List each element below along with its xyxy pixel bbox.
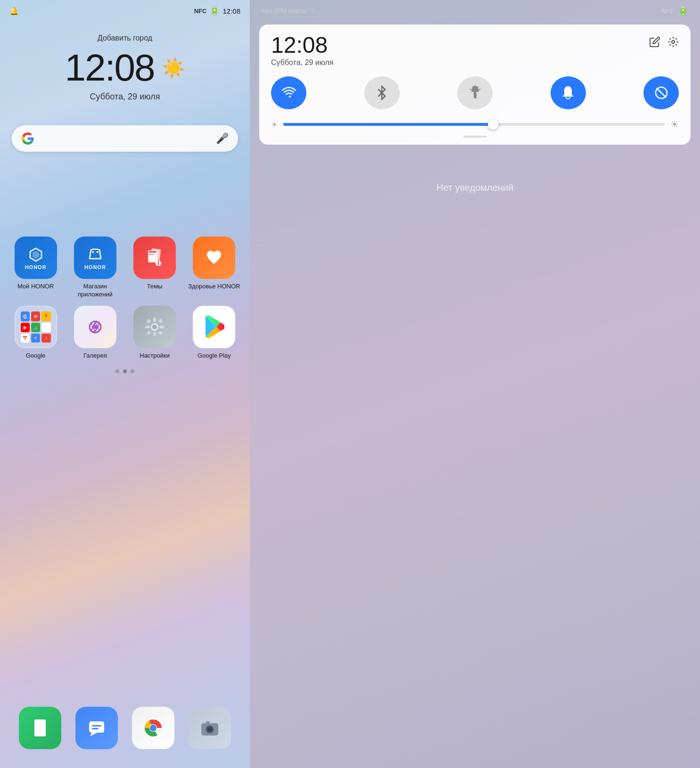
svg-point-34 bbox=[672, 41, 675, 43]
svg-rect-7 bbox=[158, 261, 159, 266]
svg-rect-16 bbox=[145, 326, 150, 328]
my-honor-label: Мой HONOR bbox=[17, 283, 54, 291]
no-notifications-text: Нет уведомлений bbox=[250, 182, 700, 193]
svg-point-0 bbox=[92, 251, 94, 253]
google-search-bar[interactable]: 🎤 bbox=[12, 125, 238, 152]
themes-label: Темы bbox=[147, 283, 163, 291]
dot-1[interactable] bbox=[115, 369, 119, 373]
notif-divider bbox=[463, 136, 487, 138]
svg-rect-22 bbox=[89, 721, 104, 733]
gallery-icon bbox=[74, 306, 116, 348]
add-city-label[interactable]: Добавить город bbox=[14, 34, 236, 42]
dock-messages[interactable] bbox=[75, 707, 118, 749]
google-play-icon bbox=[193, 306, 235, 348]
clock-time: 12:08 bbox=[65, 46, 154, 90]
clock-widget: Добавить город 12:08 ☀️ Суббота, 29 июля bbox=[0, 34, 250, 102]
sim-warning-icon: ⚠ bbox=[309, 7, 315, 15]
dock-camera[interactable] bbox=[189, 707, 231, 749]
svg-point-32 bbox=[208, 727, 212, 731]
svg-line-41 bbox=[657, 88, 666, 98]
google-logo bbox=[21, 132, 34, 145]
brightness-min-icon: ☀ bbox=[271, 120, 278, 129]
right-status-bar: Нет SIM-карты ⚠ NFC 🔋 bbox=[250, 0, 700, 20]
google-play-label: Google Play bbox=[198, 352, 231, 360]
health-label: Здоровье HONOR bbox=[188, 283, 240, 291]
svg-line-37 bbox=[470, 89, 471, 90]
mic-button[interactable]: 🎤 bbox=[216, 132, 229, 145]
left-phone-screen: 🔔 NFC 🔋 12:08 Добавить город 12:08 ☀️ Су… bbox=[0, 0, 250, 768]
right-nfc-icon: NFC bbox=[661, 8, 674, 15]
honor-store-label: Магазин приложений bbox=[69, 283, 121, 299]
svg-rect-15 bbox=[153, 332, 156, 336]
apps-grid: HONOR Мой HONOR HONOR Магазин приложений bbox=[0, 237, 250, 360]
themes-icon bbox=[133, 237, 176, 279]
google-label: Google bbox=[26, 352, 46, 360]
notification-card: 12:08 Суббота, 29 июля bbox=[259, 25, 691, 145]
svg-rect-36 bbox=[474, 92, 477, 98]
dock bbox=[0, 707, 250, 749]
app-themes[interactable]: Темы bbox=[129, 237, 181, 299]
bell-toggle[interactable] bbox=[551, 76, 586, 109]
svg-rect-19 bbox=[158, 319, 163, 323]
brightness-slider[interactable] bbox=[283, 123, 665, 126]
notification-icon: 🔔 bbox=[9, 7, 19, 16]
flashlight-toggle[interactable] bbox=[457, 76, 493, 109]
svg-rect-21 bbox=[158, 330, 163, 335]
settings-icon bbox=[133, 306, 176, 348]
svg-rect-5 bbox=[149, 254, 155, 255]
left-status-bar: 🔔 NFC 🔋 12:08 bbox=[0, 0, 250, 20]
brightness-row: ☀ ☀ bbox=[271, 119, 679, 130]
svg-rect-14 bbox=[153, 318, 156, 322]
app-settings[interactable]: Настройки bbox=[129, 306, 181, 360]
dot-2[interactable] bbox=[123, 369, 127, 373]
bluetooth-toggle[interactable] bbox=[364, 76, 400, 109]
app-gallery[interactable]: Галерея bbox=[69, 306, 121, 360]
settings-label: Настройки bbox=[140, 352, 170, 360]
dock-chrome[interactable] bbox=[132, 707, 174, 749]
edit-icon[interactable] bbox=[649, 36, 660, 50]
app-google-folder[interactable]: G M 📍 ▶ △ ✱ 📅 ✦ + bbox=[9, 306, 62, 360]
gallery-label: Галерея bbox=[83, 352, 107, 360]
svg-marker-23 bbox=[90, 733, 97, 736]
svg-rect-33 bbox=[206, 721, 210, 724]
svg-point-11 bbox=[93, 325, 97, 329]
google-folder-icon: G M 📍 ▶ △ ✱ 📅 ✦ + bbox=[15, 306, 57, 348]
wifi-toggle[interactable] bbox=[271, 76, 306, 109]
svg-line-38 bbox=[479, 89, 480, 90]
app-my-honor[interactable]: HONOR Мой HONOR bbox=[9, 237, 62, 299]
clock-date: Суббота, 29 июля bbox=[14, 92, 236, 102]
health-icon bbox=[193, 237, 235, 279]
svg-point-1 bbox=[97, 251, 99, 253]
app-health[interactable]: Здоровье HONOR bbox=[188, 237, 240, 299]
svg-rect-25 bbox=[92, 728, 99, 729]
my-honor-icon: HONOR bbox=[15, 237, 57, 279]
svg-point-13 bbox=[152, 325, 157, 329]
right-battery-icon: 🔋 bbox=[678, 6, 688, 16]
svg-rect-4 bbox=[149, 251, 156, 253]
svg-rect-17 bbox=[159, 326, 164, 328]
nfc-icon: NFC bbox=[194, 8, 207, 15]
app-google-play[interactable]: Google Play bbox=[188, 306, 240, 360]
svg-rect-18 bbox=[147, 319, 151, 323]
svg-point-28 bbox=[150, 725, 156, 731]
settings-icon-notif[interactable] bbox=[667, 36, 679, 50]
status-time: 12:08 bbox=[222, 7, 240, 15]
svg-rect-24 bbox=[92, 725, 101, 727]
svg-rect-20 bbox=[147, 330, 151, 335]
weather-icon: ☀️ bbox=[162, 57, 185, 79]
dock-phone[interactable] bbox=[19, 707, 61, 749]
battery-icon: 🔋 bbox=[209, 6, 220, 16]
page-dots bbox=[0, 369, 250, 373]
honor-store-icon: HONOR bbox=[74, 237, 116, 279]
quick-toggles bbox=[271, 76, 679, 109]
dot-3[interactable] bbox=[131, 369, 134, 373]
notif-time: 12:08 bbox=[271, 34, 333, 57]
brightness-max-icon: ☀ bbox=[670, 119, 679, 130]
app-honor-store[interactable]: HONOR Магазин приложений bbox=[69, 237, 121, 299]
sim-label: Нет SIM-карты bbox=[262, 7, 306, 15]
right-notification-panel: Нет SIM-карты ⚠ NFC 🔋 12:08 Суббота, 29 … bbox=[250, 0, 700, 768]
rotation-toggle[interactable] bbox=[643, 76, 679, 109]
notif-date: Суббота, 29 июля bbox=[271, 58, 333, 67]
